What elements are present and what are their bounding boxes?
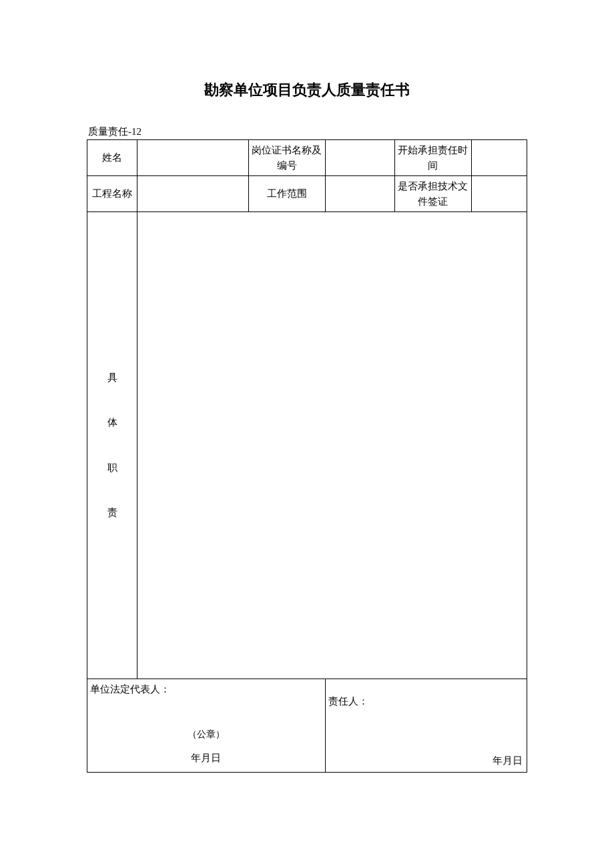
label-cert: 岗位证书名称及编号 — [248, 140, 325, 176]
value-start-time — [471, 140, 527, 176]
label-start-time: 开始承担责任时间 — [394, 140, 471, 176]
document-title: 勘察单位项目负责人质量责任书 — [87, 80, 527, 100]
official-seal-label: （公章） — [87, 727, 325, 741]
document-code: 质量责任-12 — [87, 125, 527, 138]
label-name: 姓名 — [87, 140, 137, 176]
legal-rep-label: 单位法定代表人： — [90, 682, 170, 697]
duties-char-3: 职 — [107, 446, 117, 491]
right-date: 年月日 — [493, 753, 523, 769]
label-duties-vertical: 具 体 职 责 — [87, 212, 137, 679]
label-tech-sign: 是否承担技术文件签证 — [394, 176, 471, 212]
row-signature: 单位法定代表人： （公章） 年月日 责任人： 年月日 — [87, 679, 527, 773]
duties-char-1: 具 — [107, 356, 117, 401]
label-scope: 工作范围 — [248, 176, 325, 212]
value-project — [137, 176, 249, 212]
duties-content — [137, 212, 527, 679]
responsible-person-label: 责任人： — [328, 694, 368, 709]
form-table: 姓名 岗位证书名称及编号 开始承担责任时间 工程名称 工作范围 是否承担技术文件… — [87, 139, 527, 773]
label-project: 工程名称 — [87, 176, 137, 212]
row-duties: 具 体 职 责 — [87, 212, 527, 679]
duties-char-4: 责 — [107, 490, 117, 536]
value-tech-sign — [471, 176, 527, 212]
signature-left-cell: 单位法定代表人： （公章） 年月日 — [87, 679, 326, 773]
left-date: 年月日 — [87, 751, 325, 766]
value-name — [137, 140, 249, 176]
value-cert — [325, 140, 394, 176]
signature-right-cell: 责任人： 年月日 — [325, 679, 527, 773]
duties-char-2: 体 — [107, 400, 117, 446]
value-scope — [325, 176, 394, 212]
row-name: 姓名 岗位证书名称及编号 开始承担责任时间 — [87, 140, 527, 176]
row-project: 工程名称 工作范围 是否承担技术文件签证 — [87, 176, 527, 212]
